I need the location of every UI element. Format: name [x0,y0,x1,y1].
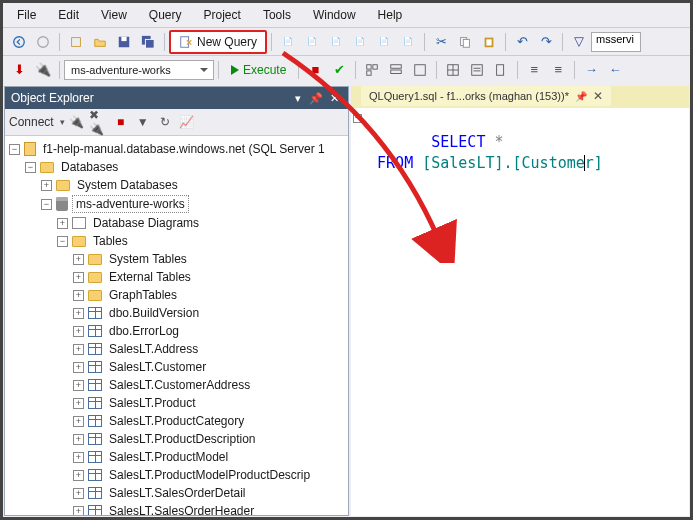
connect-label[interactable]: Connect [9,115,54,129]
table-node[interactable]: SalesLT.SalesOrderDetail [106,485,249,501]
server-node[interactable]: f1-help-manual.database.windows.net (SQL… [40,141,328,157]
uncomment-icon[interactable]: ≡ [547,59,569,81]
outline-collapse-icon[interactable]: − [353,114,362,123]
folder-icon [88,290,102,301]
change-conn-icon[interactable]: 🔌 [32,59,54,81]
results-grid-icon[interactable] [442,59,464,81]
menu-window[interactable]: Window [303,5,366,25]
connect-icon[interactable]: 🔌 [67,112,87,132]
keyword-select: SELECT [431,133,485,151]
diagrams-node[interactable]: Database Diagrams [90,215,202,231]
dropdown-icon[interactable]: ▾ [290,90,306,106]
graphtables-node[interactable]: GraphTables [106,287,180,303]
svg-rect-11 [486,39,491,45]
editor-tab[interactable]: QLQuery1.sql - f1...orks (maghan (153))*… [361,86,611,106]
execute-button[interactable]: Execute [223,61,294,79]
menu-view[interactable]: View [91,5,137,25]
exttables-node[interactable]: External Tables [106,269,194,285]
folder-icon [56,180,70,191]
table-node[interactable]: SalesLT.ProductModel [106,449,231,465]
redo-icon[interactable]: ↷ [535,31,557,53]
btn-b-icon[interactable] [385,59,407,81]
svg-rect-15 [367,70,371,74]
object-explorer-titlebar[interactable]: Object Explorer ▾ 📌 ✕ [5,87,348,109]
table-node[interactable]: SalesLT.SalesOrderHeader [106,503,257,515]
de-icon-6[interactable]: 📄 [397,31,419,53]
svg-rect-2 [72,37,81,46]
menu-tools[interactable]: Tools [253,5,301,25]
database-combo[interactable]: ms-adventure-works [64,60,214,80]
sysdb-node[interactable]: System Databases [74,177,181,193]
stop2-icon[interactable]: ■ [111,112,131,132]
menu-file[interactable]: File [7,5,46,25]
btn-a-icon[interactable] [361,59,383,81]
filter-icon[interactable]: ▼ [133,112,153,132]
copy-icon[interactable] [454,31,476,53]
indent-icon[interactable]: → [580,59,602,81]
menu-bar: File Edit View Query Project Tools Windo… [3,3,690,27]
results-text-icon[interactable] [466,59,488,81]
table-node[interactable]: SalesLT.Product [106,395,199,411]
table-node[interactable]: SalesLT.ProductDescription [106,431,259,447]
de-icon-3[interactable]: 📄 [325,31,347,53]
table-icon [88,361,102,373]
systables-node[interactable]: System Tables [106,251,190,267]
menu-query[interactable]: Query [139,5,192,25]
save-icon[interactable] [113,31,135,53]
disconnect-icon[interactable]: ✖🔌 [89,112,109,132]
menu-help[interactable]: Help [368,5,413,25]
table-node[interactable]: SalesLT.CustomerAddress [106,377,253,393]
table-node[interactable]: dbo.ErrorLog [106,323,182,339]
object-explorer-tree[interactable]: −f1-help-manual.database.windows.net (SQ… [5,136,348,515]
pin-tab-icon[interactable]: 📌 [575,91,587,102]
open-icon[interactable] [89,31,111,53]
find-icon[interactable] [568,31,590,53]
use-db-icon[interactable]: ⬇ [8,59,30,81]
close-icon[interactable]: ✕ [326,90,342,106]
de-icon-2[interactable]: 📄 [301,31,323,53]
new-query-button[interactable]: New Query [169,30,267,54]
svg-rect-4 [121,36,126,40]
table-node[interactable]: SalesLT.ProductModelProductDescrip [106,467,313,483]
de-icon-4[interactable]: 📄 [349,31,371,53]
databases-node[interactable]: Databases [58,159,121,175]
table-icon [88,307,102,319]
table-node[interactable]: SalesLT.ProductCategory [106,413,247,429]
nav-back-icon[interactable] [8,31,30,53]
stop-icon[interactable]: ■ [304,59,326,81]
save-all-icon[interactable] [137,31,159,53]
de-icon-5[interactable]: 📄 [373,31,395,53]
de-icon-1[interactable]: 📄 [277,31,299,53]
pin-icon[interactable]: 📌 [308,90,324,106]
menu-project[interactable]: Project [194,5,251,25]
undo-icon[interactable]: ↶ [511,31,533,53]
table-node[interactable]: SalesLT.Customer [106,359,209,375]
tables-node[interactable]: Tables [90,233,131,249]
outdent-icon[interactable]: ← [604,59,626,81]
execute-label: Execute [243,63,286,77]
refresh-icon[interactable]: ↻ [155,112,175,132]
object-explorer-panel: Object Explorer ▾ 📌 ✕ Connect ▾ 🔌 ✖🔌 ■ ▼… [4,86,349,516]
new-project-icon[interactable] [65,31,87,53]
close-tab-icon[interactable]: ✕ [593,89,603,103]
comment-icon[interactable]: ≡ [523,59,545,81]
userdb-node[interactable]: ms-adventure-works [72,195,189,213]
code-editor[interactable]: − SELECT * FROM [SalesLT].[Customer] [351,108,689,197]
btn-c-icon[interactable] [409,59,431,81]
parse-icon[interactable]: ✔ [328,59,350,81]
nav-forward-icon[interactable] [32,31,54,53]
results-file-icon[interactable] [490,59,512,81]
folder-icon [88,272,102,283]
quick-launch-input[interactable]: msservi [591,32,641,52]
svg-rect-17 [391,70,402,74]
menu-edit[interactable]: Edit [48,5,89,25]
table-node[interactable]: dbo.BuildVersion [106,305,202,321]
database-icon [56,197,68,211]
cut-icon[interactable]: ✂ [430,31,452,53]
svg-rect-13 [367,64,371,68]
editor-tab-label: QLQuery1.sql - f1...orks (maghan (153))* [369,90,569,102]
paste-icon[interactable] [478,31,500,53]
table-node[interactable]: SalesLT.Address [106,341,201,357]
activity-icon[interactable]: 📈 [177,112,197,132]
table-icon [88,397,102,409]
